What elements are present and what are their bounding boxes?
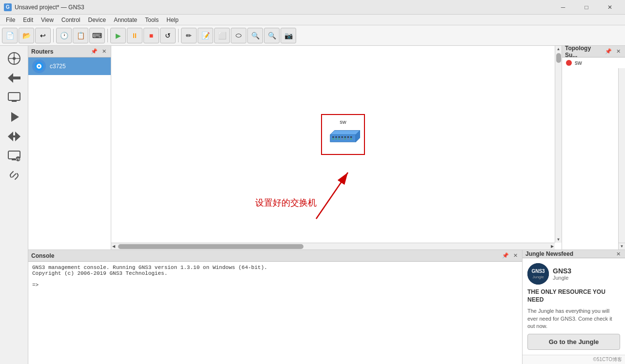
horizontal-scrollbar[interactable]: ◀ ▶ xyxy=(111,243,555,249)
svg-rect-37 xyxy=(347,138,349,139)
navigate-tool[interactable] xyxy=(5,50,23,67)
svg-point-21 xyxy=(38,65,40,67)
zoom-in-button[interactable]: 🔍 xyxy=(247,28,263,43)
svg-rect-5 xyxy=(12,77,20,79)
svg-rect-30 xyxy=(347,136,349,138)
jungle-brand: GNS3 Jungle xyxy=(553,267,571,281)
topology-panel-close[interactable]: ✕ xyxy=(614,48,622,56)
scroll-right-arrow[interactable]: ▶ xyxy=(550,243,555,249)
jungle-title: Jungle Newsfeed xyxy=(525,250,573,257)
app-icon: G xyxy=(4,3,12,11)
router-label: c3725 xyxy=(50,63,66,70)
menu-edit[interactable]: Edit xyxy=(19,16,37,24)
edit-node-button[interactable]: ✏ xyxy=(181,28,197,43)
jungle-newsfeed-panel: Jungle Newsfeed ✕ GNS3 Jungle xyxy=(523,250,625,364)
svg-line-40 xyxy=(316,172,348,219)
device-name-label: sw xyxy=(326,119,360,125)
topology-item[interactable]: sw xyxy=(562,57,625,68)
scroll-thumb-h[interactable] xyxy=(118,244,303,249)
svg-text:Jungle: Jungle xyxy=(532,275,544,279)
topology-panel-header: Topology Su... 📌 ✕ xyxy=(562,46,625,57)
routers-panel: Routers 📌 ✕ c3725 xyxy=(28,46,111,249)
scroll-down-arrow[interactable]: ▼ xyxy=(556,236,562,243)
svg-rect-27 xyxy=(338,136,340,138)
scroll-thumb-v[interactable] xyxy=(556,53,561,63)
vertical-scrollbar[interactable]: ▲ ▼ xyxy=(555,46,562,243)
jungle-body: GNS3 Jungle GNS3 Jungle THE ONLY RESOURC… xyxy=(523,258,625,355)
topology-panel-pin[interactable]: 📌 xyxy=(605,48,612,56)
scroll-left-arrow[interactable]: ◀ xyxy=(111,243,116,249)
jungle-headline: THE ONLY RESOURCE YOU NEED xyxy=(527,288,620,304)
router-icon xyxy=(32,59,46,73)
stop-all-button[interactable]: ■ xyxy=(143,28,159,43)
menu-file[interactable]: File xyxy=(2,16,19,24)
console-line-1: GNS3 management console. Running GNS3 ve… xyxy=(32,265,518,270)
svg-point-41 xyxy=(527,263,549,285)
jungle-brand-name: GNS3 xyxy=(553,267,571,275)
menu-view[interactable]: View xyxy=(37,16,58,24)
minimize-button[interactable]: ─ xyxy=(552,0,574,15)
console-pin[interactable]: 📌 xyxy=(502,252,509,260)
back-tool[interactable] xyxy=(5,69,23,87)
panels-area: Routers 📌 ✕ c3725 xyxy=(28,46,625,364)
new-project-button[interactable]: 📄 xyxy=(2,28,18,43)
title-bar: G Unsaved project* — GNS3 ─ □ ✕ xyxy=(0,0,625,15)
add-ellipse-button[interactable]: ⬭ xyxy=(231,28,246,43)
save-button[interactable]: ↩ xyxy=(35,28,51,43)
topology-panel: Topology Su... 📌 ✕ sw ▼ xyxy=(562,46,625,249)
menu-control[interactable]: Control xyxy=(58,16,84,24)
canvas-area[interactable]: sw xyxy=(111,46,562,249)
topology-panel-controls: 📌 ✕ xyxy=(605,48,622,56)
topology-panel-title: Topology Su... xyxy=(565,46,605,58)
route-tool[interactable] xyxy=(5,128,23,145)
title-bar-left: G Unsaved project* — GNS3 xyxy=(4,3,84,11)
svg-rect-25 xyxy=(332,136,334,138)
menu-device[interactable]: Device xyxy=(84,16,110,24)
topology-scroll-down[interactable]: ▼ xyxy=(618,243,625,249)
monitor-tool[interactable] xyxy=(5,89,23,106)
routers-panel-pin[interactable]: 📌 xyxy=(90,48,98,56)
play-tool[interactable] xyxy=(5,108,23,126)
menu-help[interactable]: Help xyxy=(162,16,182,24)
start-all-button[interactable]: ▶ xyxy=(110,28,126,43)
svg-text:GNS3: GNS3 xyxy=(531,268,545,274)
screenshot-button[interactable]: 📷 xyxy=(281,28,296,43)
svg-text:VM: VM xyxy=(15,157,20,161)
svg-rect-33 xyxy=(335,138,337,139)
go-to-jungle-button[interactable]: Go to the Jungle xyxy=(527,334,620,350)
open-button[interactable]: 📂 xyxy=(19,28,34,43)
add-note-button[interactable]: 📝 xyxy=(198,28,213,43)
bottom-area: Console 📌 ✕ GNS3 management console. Run… xyxy=(28,249,625,364)
link-tool[interactable] xyxy=(5,167,23,184)
annotation-text: 设置好的交换机 xyxy=(255,197,317,209)
svg-marker-9 xyxy=(11,112,19,122)
routers-panel-controls: 📌 ✕ xyxy=(90,48,108,56)
routers-panel-close[interactable]: ✕ xyxy=(100,48,108,56)
console-panel: Console 📌 ✕ GNS3 management console. Run… xyxy=(28,250,523,364)
maximize-button[interactable]: □ xyxy=(575,0,598,15)
console-button[interactable]: ⌨ xyxy=(89,28,105,43)
snapshot-button[interactable]: 🕐 xyxy=(56,28,72,43)
topology-scrollbar[interactable] xyxy=(618,68,625,249)
sep1 xyxy=(53,29,54,42)
reload-all-button[interactable]: ↺ xyxy=(160,28,176,43)
menu-bar: File Edit View Control Device Annotate T… xyxy=(0,15,625,25)
topo-status-icon xyxy=(566,60,572,66)
console-close[interactable]: ✕ xyxy=(511,252,519,260)
sep3 xyxy=(178,29,179,42)
close-button[interactable]: ✕ xyxy=(599,0,621,15)
suspend-all-button[interactable]: ⏸ xyxy=(127,28,142,43)
jungle-close[interactable]: ✕ xyxy=(614,250,622,258)
project-settings-button[interactable]: 📋 xyxy=(73,28,88,43)
console-line-2: Copyright (c) 2006-2019 GNS3 Technologie… xyxy=(32,270,518,276)
menu-tools[interactable]: Tools xyxy=(141,16,162,24)
add-rectangle-button[interactable]: ⬜ xyxy=(214,28,230,43)
toolbar: 📄 📂 ↩ 🕐 📋 ⌨ ▶ ⏸ ■ ↺ ✏ 📝 ⬜ ⬭ 🔍 🔍 📷 xyxy=(0,25,625,46)
router-item[interactable]: c3725 xyxy=(28,57,111,75)
svg-line-18 xyxy=(12,173,16,177)
menu-annotate[interactable]: Annotate xyxy=(110,16,141,24)
svg-rect-32 xyxy=(332,138,334,139)
zoom-out-button[interactable]: 🔍 xyxy=(264,28,280,43)
vm-monitor-tool[interactable]: VM xyxy=(5,147,23,165)
scroll-up-arrow[interactable]: ▲ xyxy=(556,46,562,52)
